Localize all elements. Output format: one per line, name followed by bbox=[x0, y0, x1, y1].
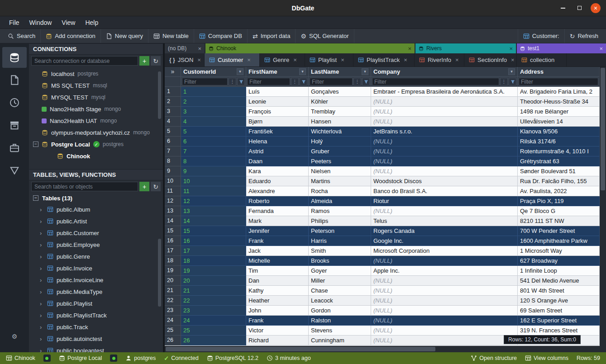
cell-address[interactable]: 69 Salem Street bbox=[518, 306, 600, 316]
grid-vertical-scrollbar[interactable] bbox=[600, 67, 606, 346]
table-item-public-playlisttrack[interactable]: ›public.PlaylistTrack bbox=[29, 309, 163, 321]
tables-search-input[interactable] bbox=[31, 182, 138, 191]
table-row[interactable]: 44BjørnHansen(NULL)Ullevålsveien 14 bbox=[165, 117, 600, 127]
table-item-public-employee[interactable]: ›public.Employee bbox=[29, 239, 163, 251]
cell-customerid[interactable]: 24 bbox=[181, 316, 246, 326]
cell-lastname[interactable]: Chase bbox=[309, 286, 371, 296]
cell-address[interactable]: 541 Del Medio Avenue bbox=[518, 276, 600, 286]
filter-menu-button[interactable]: ⋮ bbox=[229, 78, 236, 85]
row-number-cell[interactable]: 24 bbox=[165, 316, 181, 326]
row-number-cell[interactable]: 26 bbox=[165, 336, 181, 345]
table-row[interactable]: 2121KathyChase(NULL)801 W 4th Street bbox=[165, 286, 600, 296]
tab-sectioninfo[interactable]: SectionInfo× bbox=[464, 53, 517, 66]
cell-address[interactable]: 319 N. Frances Street bbox=[518, 326, 600, 336]
cell-company[interactable]: Riotur bbox=[371, 196, 518, 206]
row-number-cell[interactable]: 21 bbox=[165, 286, 181, 296]
table-item-public-track[interactable]: ›public.Track bbox=[29, 321, 163, 333]
cell-address[interactable]: 1600 Amphitheatre Parkw bbox=[518, 236, 600, 246]
cell-company[interactable]: (NULL) bbox=[371, 137, 518, 147]
row-number-cell[interactable]: 13 bbox=[165, 206, 181, 216]
cell-firstname[interactable]: Tim bbox=[246, 266, 309, 276]
cell-company[interactable]: Microsoft Corporation bbox=[371, 246, 518, 256]
sidebar-file-button[interactable] bbox=[2, 70, 27, 90]
cell-lastname[interactable]: Rocha bbox=[309, 186, 371, 196]
cell-customerid[interactable]: 15 bbox=[181, 226, 246, 236]
cell-address[interactable]: 1498 rue Bélanger bbox=[518, 107, 600, 117]
scroll-thumb[interactable] bbox=[166, 347, 435, 351]
cell-firstname[interactable]: Alexandre bbox=[246, 186, 309, 196]
cell-lastname[interactable]: Köhler bbox=[309, 97, 371, 107]
minimize-button[interactable] bbox=[558, 3, 568, 13]
filter-input-firstname[interactable] bbox=[247, 78, 290, 85]
table-row[interactable]: 55FrantišekWichterlováJetBrains s.r.o.Kl… bbox=[165, 127, 600, 137]
cell-firstname[interactable]: Daan bbox=[246, 156, 309, 166]
row-number-cell[interactable]: 5 bbox=[165, 127, 181, 137]
tab-genre[interactable]: Genre× bbox=[260, 53, 305, 66]
cell-customerid[interactable]: 8 bbox=[181, 156, 246, 166]
maximize-button[interactable] bbox=[574, 3, 584, 13]
table-row[interactable]: 2424FrankRalston(NULL)162 E Superior Str… bbox=[165, 316, 600, 326]
filter-menu-button[interactable]: ⋮ bbox=[353, 78, 361, 85]
cell-lastname[interactable]: Miller bbox=[309, 276, 371, 286]
row-number-cell[interactable]: 2 bbox=[165, 97, 181, 107]
cell-company[interactable]: Woodstock Discos bbox=[371, 176, 518, 186]
sidebar-settings-button[interactable]: ⚙ bbox=[2, 326, 27, 347]
filter-menu-button[interactable]: ⋮ bbox=[500, 78, 508, 85]
table-item-public-mediatype[interactable]: ›public.MediaType bbox=[29, 286, 163, 298]
cell-firstname[interactable]: Kathy bbox=[246, 286, 309, 296]
menu-file[interactable]: File bbox=[5, 18, 24, 28]
sidebar-triangle-button[interactable] bbox=[2, 160, 27, 181]
filter-funnel-button[interactable] bbox=[300, 78, 307, 85]
connection-ms-sql-test[interactable]: MS SQL TESTmssql bbox=[29, 80, 163, 91]
row-number-cell[interactable]: 20 bbox=[165, 276, 181, 286]
cell-address[interactable]: 8210 111 ST NW bbox=[518, 216, 600, 226]
cell-lastname[interactable]: Gonçalves bbox=[309, 87, 371, 97]
cell-company[interactable]: (NULL) bbox=[371, 286, 518, 296]
close-icon[interactable]: × bbox=[509, 45, 513, 52]
cell-firstname[interactable]: Luís bbox=[246, 87, 309, 97]
cell-firstname[interactable]: Helena bbox=[246, 137, 309, 147]
table-row[interactable]: 1111AlexandreRochaBanco do Brasil S.A.Av… bbox=[165, 186, 600, 196]
connections-search-input[interactable] bbox=[31, 56, 138, 66]
cell-lastname[interactable]: Cunningham bbox=[309, 336, 371, 345]
toolbar-refresh-button[interactable]: ↻Refresh bbox=[564, 29, 603, 43]
chevron-right-icon[interactable]: › bbox=[40, 206, 44, 213]
row-number-cell[interactable]: 14 bbox=[165, 216, 181, 226]
toolbar-sql-generator-button[interactable]: ⚙SQL Generator bbox=[296, 29, 354, 43]
cell-lastname[interactable]: Hansen bbox=[309, 117, 371, 127]
filter-menu-button[interactable]: ⋮ bbox=[291, 78, 299, 85]
table-row[interactable]: 1919TimGoyerApple Inc.1 Infinite Loop bbox=[165, 266, 600, 276]
db-tab-rivers[interactable]: Rivers× bbox=[415, 43, 516, 53]
menu-help[interactable]: Help bbox=[81, 18, 103, 28]
cell-company[interactable]: Rogers Canada bbox=[371, 226, 518, 236]
table-row[interactable]: 1212RobertoAlmeidaRioturPraça Pio X, 119 bbox=[165, 196, 600, 206]
cell-firstname[interactable]: François bbox=[246, 107, 309, 117]
connection-mysql-test[interactable]: MYSQL TESTmysql bbox=[29, 91, 163, 103]
table-row[interactable]: 1717JackSmithMicrosoft Corporation1 Micr… bbox=[165, 246, 600, 256]
filter-input-company[interactable] bbox=[372, 78, 499, 85]
row-number-cell[interactable]: 22 bbox=[165, 296, 181, 306]
status-open-structure[interactable]: Open structure bbox=[467, 352, 521, 364]
cell-address[interactable]: 1 Microsoft Way bbox=[518, 246, 600, 256]
filter-input-customerid[interactable] bbox=[182, 78, 228, 85]
tab-playlisttrack[interactable]: PlaylistTrack× bbox=[353, 53, 415, 66]
cell-firstname[interactable]: Heather bbox=[246, 296, 309, 306]
row-number-cell[interactable]: 23 bbox=[165, 306, 181, 316]
table-row[interactable]: 2222HeatherLeacock(NULL)120 S Orange Ave bbox=[165, 296, 600, 306]
cell-lastname[interactable]: Stevens bbox=[309, 326, 371, 336]
row-number-cell[interactable]: 17 bbox=[165, 246, 181, 256]
cell-company[interactable]: (NULL) bbox=[371, 117, 518, 127]
row-number-cell[interactable]: 3 bbox=[165, 107, 181, 117]
cell-firstname[interactable]: Kara bbox=[246, 166, 309, 176]
cell-company[interactable]: (NULL) bbox=[371, 336, 518, 345]
row-number-cell[interactable]: 10 bbox=[165, 176, 181, 186]
cell-address[interactable]: Av. Paulista, 2022 bbox=[518, 186, 600, 196]
menu-window[interactable]: Window bbox=[25, 18, 57, 28]
chevron-right-icon[interactable]: › bbox=[40, 277, 44, 284]
column-header-customerid[interactable]: CustomerId▾ bbox=[181, 67, 246, 77]
cell-company[interactable]: (NULL) bbox=[371, 206, 518, 216]
refresh-connections-button[interactable]: ↻ bbox=[151, 56, 161, 66]
cell-firstname[interactable]: František bbox=[246, 127, 309, 137]
table-row[interactable]: 99KaraNielsen(NULL)Sønder Boulevard 51 bbox=[165, 166, 600, 176]
table-item-public-customer[interactable]: ›public.Customer bbox=[29, 227, 163, 239]
